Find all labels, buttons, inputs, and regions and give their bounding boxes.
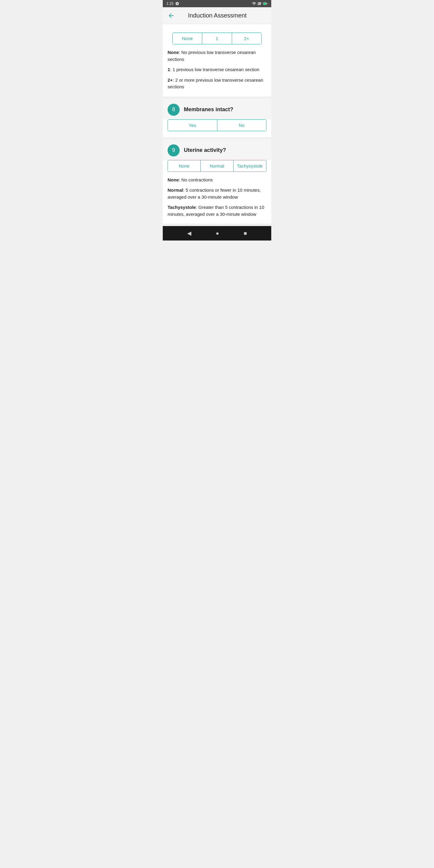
nav-home-button[interactable]: ● (216, 230, 219, 237)
membranes-options-block: Yes No (163, 119, 271, 137)
cesarean-term-none: None (167, 50, 179, 55)
svg-rect-3 (260, 2, 261, 5)
cesarean-def-2plus: : 2 or more previous low transverse cesa… (167, 78, 263, 90)
cesarean-option-2plus[interactable]: 2+ (232, 33, 261, 44)
cesarean-description-block: None 1 2+ None: No previous low transver… (163, 24, 271, 96)
uterine-desc-text: None: No contractions Normal: 5 contract… (167, 177, 267, 218)
cesarean-option-none[interactable]: None (173, 33, 202, 44)
wifi-icon (252, 1, 256, 6)
membranes-option-group: Yes No (167, 119, 267, 131)
uterine-badge: 9 (167, 144, 180, 156)
svg-rect-2 (259, 3, 260, 5)
content-area: None 1 2+ None: No previous low transver… (163, 24, 271, 226)
signal-icon (257, 1, 261, 6)
nav-back-button[interactable]: ◀ (187, 230, 191, 237)
svg-rect-6 (267, 3, 267, 4)
battery-icon (263, 1, 268, 6)
svg-rect-5 (264, 3, 266, 4)
uterine-option-none[interactable]: None (168, 160, 201, 172)
settings-icon (175, 1, 179, 6)
membranes-title: Membranes intact? (184, 106, 233, 113)
uterine-def-none: : No contractions (179, 177, 213, 182)
cesarean-section: None 1 2+ None: No previous low transver… (163, 24, 271, 96)
uterine-section: 9 Uterine activity? None Normal Tachysys… (163, 140, 271, 224)
uterine-option-tachysystole[interactable]: Tachysystole (234, 160, 266, 172)
uterine-option-normal[interactable]: Normal (201, 160, 234, 172)
uterine-title: Uterine activity? (184, 147, 226, 153)
cesarean-desc-text: None: No previous low transverse cesarea… (167, 49, 267, 90)
status-bar: 1:15 (163, 0, 271, 7)
cesarean-def-1: : 1 previous low transverse cesarean sec… (170, 67, 259, 72)
uterine-header: 9 Uterine activity? (163, 140, 271, 160)
cesarean-term-2plus: 2+ (167, 78, 173, 83)
nav-recent-button[interactable]: ■ (244, 230, 247, 237)
uterine-term-normal: Normal (167, 187, 183, 193)
cesarean-option-1[interactable]: 1 (202, 33, 232, 44)
page-title: Induction Assessment (179, 12, 256, 19)
status-bar-right (252, 1, 268, 6)
back-button[interactable] (167, 12, 175, 19)
membranes-badge: 8 (167, 104, 180, 116)
svg-rect-0 (258, 4, 258, 5)
uterine-desc-block: None Normal Tachysystole None: No contra… (163, 160, 271, 224)
uterine-term-none: None (167, 177, 179, 182)
uterine-option-group: None Normal Tachysystole (167, 160, 267, 172)
membranes-section: 8 Membranes intact? Yes No (163, 99, 271, 137)
svg-rect-1 (258, 3, 259, 5)
nav-bar: ◀ ● ■ (163, 226, 271, 241)
membranes-header: 8 Membranes intact? (163, 99, 271, 119)
app-bar: Induction Assessment (163, 7, 271, 24)
status-time: 1:15 (166, 1, 173, 6)
status-bar-left: 1:15 (166, 1, 179, 6)
cesarean-option-group: None 1 2+ (173, 33, 261, 44)
cesarean-def-none: : No previous low transverse cesarean se… (167, 50, 256, 62)
membranes-option-no[interactable]: No (217, 120, 267, 131)
membranes-option-yes[interactable]: Yes (168, 120, 217, 131)
uterine-term-tachysystole: Tachysystole (167, 205, 196, 210)
